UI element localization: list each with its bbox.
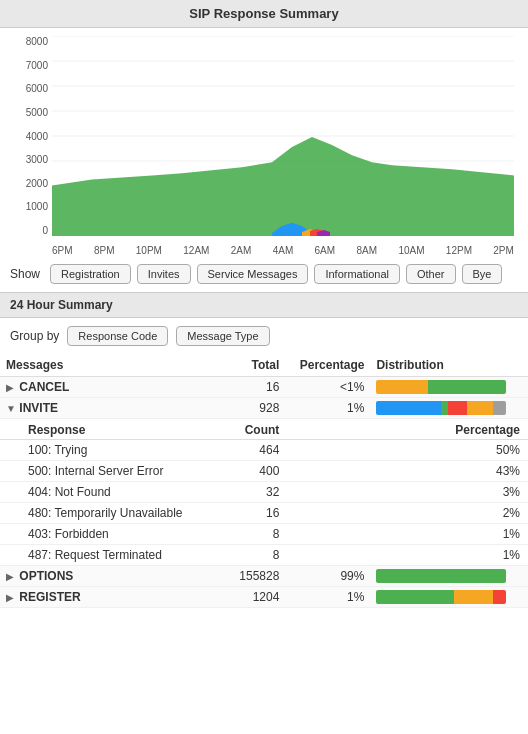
chart-area: 8000 7000 6000 5000 4000 3000 2000 1000 … [0, 28, 528, 256]
messages-table: Messages Total Percentage Distribution ▶… [0, 354, 528, 608]
group-by-label: Group by [10, 329, 59, 343]
sub-col-count: Count [209, 419, 285, 440]
row-name: ▶ OPTIONS [0, 566, 209, 587]
response-count: 400 [209, 461, 285, 482]
response-count: 464 [209, 440, 285, 461]
list-item: 487: Request Terminated 8 1% [0, 545, 528, 566]
list-item: 404: Not Found 32 3% [0, 482, 528, 503]
row-pct: 1% [285, 398, 370, 419]
filter-btn-registration[interactable]: Registration [50, 264, 131, 284]
col-distribution: Distribution [370, 354, 528, 377]
filter-btn-service-messages[interactable]: Service Messages [197, 264, 309, 284]
response-label: 480: Temporarily Unavailable [0, 503, 209, 524]
x-axis: 6PM 8PM 10PM 12AM 2AM 4AM 6AM 8AM 10AM 1… [52, 238, 514, 256]
expand-arrow[interactable]: ▶ [6, 382, 16, 393]
expand-arrow[interactable]: ▶ [6, 571, 16, 582]
response-pct: 50% [285, 440, 528, 461]
response-pct: 2% [285, 503, 528, 524]
show-label: Show [10, 267, 40, 281]
group-by-row: Group by Response Code Message Type [0, 318, 528, 354]
row-name: ▶ REGISTER [0, 587, 209, 608]
list-item: 100: Trying 464 50% [0, 440, 528, 461]
row-total: 1204 [209, 587, 285, 608]
col-percentage: Percentage [285, 354, 370, 377]
group-by-response-code[interactable]: Response Code [67, 326, 168, 346]
response-label: 487: Request Terminated [0, 545, 209, 566]
filter-btn-informational[interactable]: Informational [314, 264, 400, 284]
response-pct: 43% [285, 461, 528, 482]
dist-bar [376, 590, 506, 604]
row-pct: 99% [285, 566, 370, 587]
chart-title: SIP Response Summary [0, 0, 528, 28]
row-name: ▶ CANCEL [0, 377, 209, 398]
filter-btn-bye[interactable]: Bye [462, 264, 503, 284]
response-label: 403: Forbidden [0, 524, 209, 545]
response-count: 8 [209, 524, 285, 545]
row-dist [370, 566, 528, 587]
response-pct: 3% [285, 482, 528, 503]
sub-header-row: Response Count Percentage [0, 419, 528, 440]
col-messages: Messages [0, 354, 209, 377]
y-axis: 8000 7000 6000 5000 4000 3000 2000 1000 … [14, 36, 52, 236]
row-dist [370, 398, 528, 419]
response-label: 404: Not Found [0, 482, 209, 503]
row-dist [370, 587, 528, 608]
response-count: 16 [209, 503, 285, 524]
show-filter-row: Show Registration Invites Service Messag… [0, 256, 528, 292]
chart-container: 8000 7000 6000 5000 4000 3000 2000 1000 … [14, 36, 514, 256]
response-pct: 1% [285, 524, 528, 545]
list-item: 403: Forbidden 8 1% [0, 524, 528, 545]
table-row[interactable]: ▼ INVITE 928 1% [0, 398, 528, 419]
list-item: 480: Temporarily Unavailable 16 2% [0, 503, 528, 524]
dist-bar [376, 401, 506, 415]
filter-btn-other[interactable]: Other [406, 264, 456, 284]
row-name: ▼ INVITE [0, 398, 209, 419]
row-pct: <1% [285, 377, 370, 398]
row-pct: 1% [285, 587, 370, 608]
row-total: 155828 [209, 566, 285, 587]
dist-bar [376, 380, 506, 394]
table-row[interactable]: ▶ CANCEL 16 <1% [0, 377, 528, 398]
row-dist [370, 377, 528, 398]
chart-svg-wrapper [52, 36, 514, 236]
row-total: 928 [209, 398, 285, 419]
row-total: 16 [209, 377, 285, 398]
response-label: 100: Trying [0, 440, 209, 461]
expand-arrow[interactable]: ▶ [6, 592, 16, 603]
response-pct: 1% [285, 545, 528, 566]
response-count: 8 [209, 545, 285, 566]
group-by-message-type[interactable]: Message Type [176, 326, 269, 346]
col-total: Total [209, 354, 285, 377]
response-label: 500: Internal Server Error [0, 461, 209, 482]
sub-col-response: Response [0, 419, 209, 440]
dist-bar [376, 569, 506, 583]
filter-btn-invites[interactable]: Invites [137, 264, 191, 284]
expand-arrow[interactable]: ▼ [6, 403, 16, 414]
list-item: 500: Internal Server Error 400 43% [0, 461, 528, 482]
response-count: 32 [209, 482, 285, 503]
table-row[interactable]: ▶ REGISTER 1204 1% [0, 587, 528, 608]
sub-col-pct: Percentage [285, 419, 528, 440]
svg-marker-9 [52, 137, 514, 236]
summary-header: 24 Hour Summary [0, 292, 528, 318]
table-row[interactable]: ▶ OPTIONS 155828 99% [0, 566, 528, 587]
